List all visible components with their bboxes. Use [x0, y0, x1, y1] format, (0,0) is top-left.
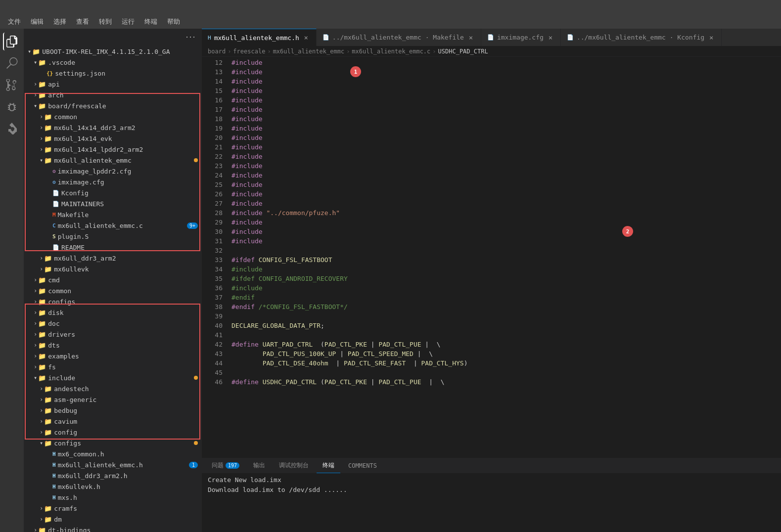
- tree-item[interactable]: ›📁dm: [24, 514, 202, 525]
- tree-item[interactable]: ▾📁.vscode: [24, 57, 202, 68]
- tree-item[interactable]: ▾📁configs: [24, 438, 202, 448]
- tree-label: mx6ull_alientek_emmc.c: [58, 222, 143, 229]
- tree-item[interactable]: ›📁fs: [24, 361, 202, 372]
- tree-item[interactable]: ›📁doc: [24, 318, 202, 329]
- activity-search[interactable]: [3, 54, 21, 72]
- tree-label: examples: [48, 353, 79, 360]
- breadcrumb-item[interactable]: mx6ull_alientek_emmc.c: [352, 48, 430, 55]
- tree-item[interactable]: 📄MAINTAINERS: [24, 198, 202, 209]
- activity-git[interactable]: [3, 76, 21, 94]
- menu-选择[interactable]: 选择: [49, 16, 70, 27]
- panel-tab[interactable]: 终端: [317, 458, 340, 473]
- panel-tab[interactable]: 问题 197: [206, 458, 245, 473]
- tree-item[interactable]: ›📁mx6ul_14x14_lpddr2_arm2: [24, 144, 202, 155]
- editor-tab[interactable]: 📄../mx6ull_alientek_emmc · Kconfig×: [561, 29, 722, 46]
- file-icon: ⚙: [52, 179, 56, 185]
- tree-item[interactable]: Hmx6ull_alientek_emmc.h1: [24, 459, 202, 470]
- tree-item[interactable]: Cmx6ull_alientek_emmc.c9+: [24, 220, 202, 231]
- menu-运行[interactable]: 运行: [118, 16, 138, 27]
- tree-label: mx6ul_14x14_ddr3_arm2: [54, 124, 135, 132]
- editor-tab[interactable]: 📄../mx6ull_alientek_emmc · Makefile×: [317, 29, 481, 46]
- tree-label: mx6_common.h: [58, 450, 104, 458]
- menu-文件[interactable]: 文件: [4, 16, 25, 27]
- tree-item[interactable]: ›📁configs: [24, 296, 202, 307]
- menu-终端[interactable]: 终端: [140, 16, 161, 27]
- tree-item[interactable]: Hmx6ull_ddr3_arm2.h: [24, 470, 202, 481]
- tree-item[interactable]: ›📁arch: [24, 89, 202, 100]
- tree-item[interactable]: ›📁asm-generic: [24, 394, 202, 405]
- tree-item[interactable]: ›📁mx6ul_14x14_evk: [24, 133, 202, 144]
- tree-item[interactable]: ›📁drivers: [24, 329, 202, 340]
- tree-item[interactable]: ›📁cramfs: [24, 503, 202, 514]
- folder-icon: 📁: [44, 255, 52, 262]
- code-line: #include: [231, 86, 781, 95]
- breadcrumb-item[interactable]: freescale: [233, 48, 265, 55]
- tree-item[interactable]: ›📁config: [24, 427, 202, 438]
- tree-item[interactable]: MMakefile: [24, 209, 202, 220]
- activity-debug[interactable]: [3, 98, 21, 116]
- tree-item[interactable]: ▾📁board/freescale: [24, 100, 202, 111]
- tree-item[interactable]: ›📁cavium: [24, 416, 202, 427]
- tree-item[interactable]: Hmx6_common.h: [24, 448, 202, 459]
- activity-files[interactable]: [3, 33, 21, 50]
- tree-item[interactable]: ›📁mx6ull_ddr3_arm2: [24, 253, 202, 264]
- tree-item[interactable]: ›📁examples: [24, 351, 202, 361]
- tree-item[interactable]: ›📁dts: [24, 340, 202, 351]
- activity-extensions[interactable]: [3, 120, 21, 137]
- tree-item[interactable]: ⚙imximage_lpddr2.cfg: [24, 166, 202, 177]
- bottom-panel: 问题 197输出调试控制台终端COMMENTS Create New load.…: [202, 458, 781, 532]
- tree-label: andestech: [54, 385, 89, 393]
- line-number: 22: [202, 152, 223, 161]
- panel-tab[interactable]: 调试控制台: [273, 458, 315, 473]
- tree-item[interactable]: ›📁andestech: [24, 383, 202, 394]
- breadcrumb-item[interactable]: USDHC_PAD_CTRL: [438, 48, 488, 55]
- tree-item[interactable]: Splugin.S: [24, 231, 202, 242]
- folder-icon: 📁: [38, 276, 46, 284]
- tree-item[interactable]: ›📁common: [24, 285, 202, 296]
- folder-icon: 📁: [38, 287, 46, 295]
- tree-label: cramfs: [54, 505, 77, 512]
- terminal-line: Create New load.imx: [208, 475, 775, 485]
- tree-item[interactable]: ▾📁include: [24, 372, 202, 383]
- tree-item[interactable]: ›📁cmd: [24, 274, 202, 285]
- tree-item[interactable]: ›📁dt-bindings: [24, 525, 202, 532]
- code-content[interactable]: #include #include #include #include #inc…: [227, 57, 781, 458]
- file-icon: 📄: [52, 190, 59, 196]
- tree-item[interactable]: 📄README: [24, 242, 202, 253]
- line-number: 29: [202, 218, 223, 227]
- tree-item[interactable]: ›📁disk: [24, 307, 202, 318]
- tree-item[interactable]: ▾📁UBOOT-IMX-REL_IMX_4.1.15_2.1.0_GA: [24, 46, 202, 57]
- editor-tab[interactable]: Hmx6ull_alientek_emmc.h×: [202, 29, 317, 46]
- tree-item[interactable]: {}settings.json: [24, 68, 202, 79]
- line-number: 30: [202, 227, 223, 236]
- sidebar-more-icon[interactable]: ···: [185, 34, 196, 41]
- folder-icon: 📁: [38, 374, 46, 382]
- code-line: #include: [231, 124, 781, 133]
- tree-item[interactable]: Hmx6ullevk.h: [24, 481, 202, 492]
- breadcrumb-item[interactable]: board: [208, 48, 226, 55]
- menu-编辑[interactable]: 编辑: [27, 16, 47, 27]
- line-number: 14: [202, 77, 223, 86]
- tree-item[interactable]: ›📁api: [24, 79, 202, 89]
- menu-帮助[interactable]: 帮助: [163, 16, 184, 27]
- tree-item[interactable]: ›📁mx6ullevk: [24, 264, 202, 274]
- tree-item[interactable]: 📄Kconfig: [24, 187, 202, 198]
- tree-item[interactable]: ›📁mx6ul_14x14_ddr3_arm2: [24, 122, 202, 133]
- tree-arrow: ›: [34, 320, 37, 327]
- line-number: 41: [202, 330, 223, 340]
- code-line: #endif: [231, 293, 781, 302]
- menu-转到[interactable]: 转到: [95, 16, 116, 27]
- tree-item[interactable]: ›📁bedbug: [24, 405, 202, 416]
- tree-item[interactable]: ⚙imximage.cfg: [24, 177, 202, 187]
- panel-tab[interactable]: COMMENTS: [342, 458, 383, 473]
- tree-item[interactable]: ▾📁mx6ull_alientek_emmc: [24, 155, 202, 166]
- menu-查看[interactable]: 查看: [72, 16, 93, 27]
- panel-tab[interactable]: 输出: [247, 458, 271, 473]
- code-line: #include: [231, 152, 781, 161]
- editor-tab[interactable]: 📄imximage.cfg×: [481, 29, 561, 46]
- tree-item[interactable]: ›📁common: [24, 111, 202, 122]
- tree-item[interactable]: Hmxs.h: [24, 492, 202, 503]
- breadcrumb-item[interactable]: mx6ull_alientek_emmc: [273, 48, 345, 55]
- tabs-bar: Hmx6ull_alientek_emmc.h×📄../mx6ull_alien…: [202, 29, 781, 46]
- terminal-content[interactable]: Create New load.imxDownload load.imx to …: [202, 473, 781, 532]
